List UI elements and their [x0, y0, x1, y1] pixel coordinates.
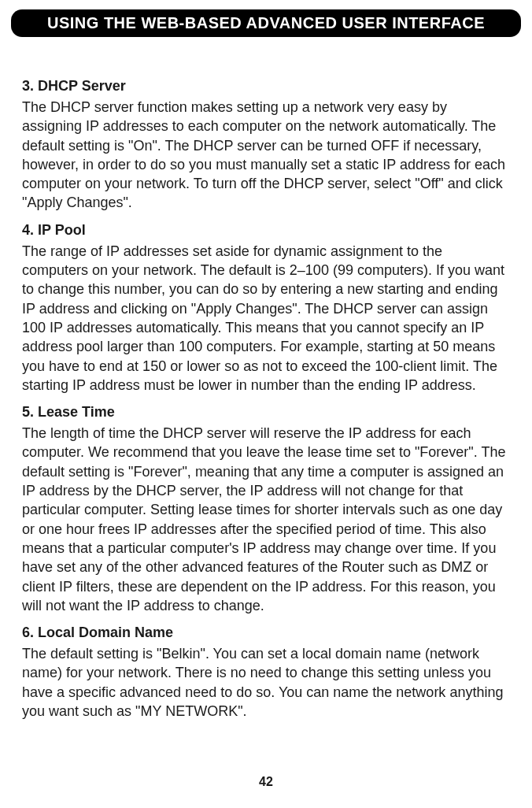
section-heading-local-domain-name: 6. Local Domain Name	[22, 625, 510, 641]
section-body-dhcp-server: The DHCP server function makes setting u…	[22, 98, 510, 213]
page-header-bar: USING THE WEB-BASED ADVANCED USER INTERF…	[11, 9, 521, 37]
page-content: 3. DHCP Server The DHCP server function …	[0, 37, 532, 721]
section-body-local-domain-name: The default setting is "Belkin". You can…	[22, 644, 510, 721]
section-body-ip-pool: The range of IP addresses set aside for …	[22, 242, 510, 395]
section-heading-ip-pool: 4. IP Pool	[22, 222, 510, 239]
page-header-title: USING THE WEB-BASED ADVANCED USER INTERF…	[47, 14, 485, 32]
page-number: 42	[0, 775, 532, 789]
section-body-lease-time: The length of time the DHCP server will …	[22, 424, 510, 615]
section-heading-dhcp-server: 3. DHCP Server	[22, 78, 510, 95]
section-heading-lease-time: 5. Lease Time	[22, 404, 510, 421]
